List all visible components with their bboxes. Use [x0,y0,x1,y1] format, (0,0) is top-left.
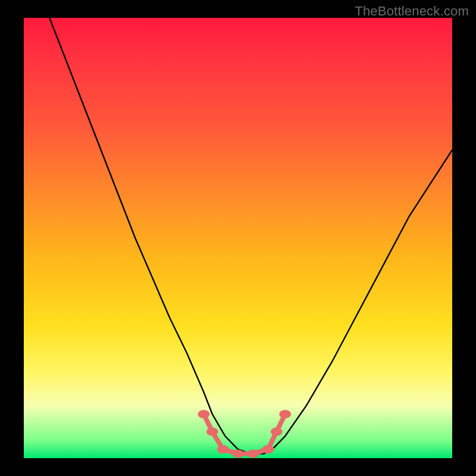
flat-marker [198,410,209,418]
flat-marker [279,410,291,418]
flat-marker [247,450,259,458]
watermark-text: TheBottleneck.com [355,4,469,19]
plot-area [24,18,452,458]
flat-marker [271,428,283,436]
flat-marker [206,428,218,436]
flat-markers-group [198,410,291,458]
flat-marker [232,450,244,458]
bottleneck-curve-path [49,18,452,454]
chart-frame: TheBottleneck.com [0,0,476,476]
flat-marker [217,445,229,453]
curve-svg [24,18,452,458]
flat-marker [262,445,274,453]
